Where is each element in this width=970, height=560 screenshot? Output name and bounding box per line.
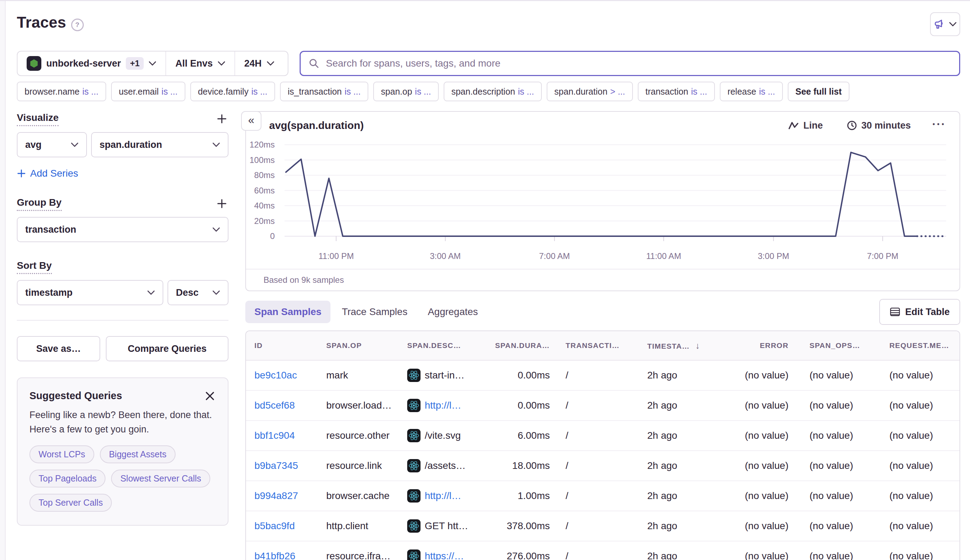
cell-timestamp[interactable]: 2h ago xyxy=(647,460,677,471)
filter-chip-span.duration[interactable]: span.duration> ... xyxy=(547,82,633,101)
column-header-spandesc[interactable]: SPAN.DESC… xyxy=(407,341,487,350)
y-axis-tick-label: 60ms xyxy=(254,186,275,195)
span-id-link[interactable]: bbf1c904 xyxy=(254,430,295,441)
help-icon[interactable]: ? xyxy=(71,18,84,31)
cell-span-duration: 0.00ms xyxy=(487,370,550,381)
page-filter-bar: unborked-server +1 All Envs 24H xyxy=(17,51,288,76)
column-header-timesta[interactable]: TIMESTA…↓ xyxy=(636,341,723,351)
filter-chip-release[interactable]: releaseis ... xyxy=(720,82,783,101)
group-by-select[interactable]: transaction xyxy=(17,217,228,242)
suggested-query-chip[interactable]: Top Server Calls xyxy=(30,494,112,512)
span-id-link[interactable]: b41bfb26 xyxy=(254,550,295,560)
tab-aggregates[interactable]: Aggregates xyxy=(419,301,487,323)
aggregate-function-value: avg xyxy=(25,140,42,150)
cell-span-op: mark xyxy=(326,370,407,381)
span-id-link[interactable]: b5bac9fd xyxy=(254,520,295,531)
cell-span-duration: 378.00ms xyxy=(487,520,550,532)
span-description-text: GET htt… xyxy=(425,520,468,532)
see-full-list-button[interactable]: See full list xyxy=(788,82,850,101)
compare-queries-button[interactable]: Compare Queries xyxy=(106,336,228,361)
project-selector[interactable]: unborked-server +1 xyxy=(18,52,165,75)
sort-direction-select[interactable]: Desc xyxy=(168,280,228,305)
search-input[interactable] xyxy=(325,57,952,69)
collapse-sidebar-icon[interactable]: « xyxy=(241,111,262,131)
filter-chip-span.description[interactable]: span.descriptionis ... xyxy=(443,82,542,101)
cell-request-method: (no value) xyxy=(877,400,951,411)
cell-request-method: (no value) xyxy=(877,460,951,471)
tab-trace-samples[interactable]: Trace Samples xyxy=(333,301,416,323)
filter-chip-transaction[interactable]: transactionis ... xyxy=(638,82,715,101)
span-id-link[interactable]: b9ba7345 xyxy=(254,460,298,471)
chevron-down-icon xyxy=(212,290,220,295)
chart-type-control[interactable]: Line xyxy=(787,120,825,132)
add-visualize-button[interactable] xyxy=(215,112,228,127)
cell-span-ops: (no value) xyxy=(789,490,877,502)
table-row: b41bfb26resource.ifra… https://…276.00ms… xyxy=(246,542,960,560)
sort-field-select[interactable]: timestamp xyxy=(17,280,163,305)
edit-table-button[interactable]: Edit Table xyxy=(879,299,960,325)
span-id-link[interactable]: bd5cef68 xyxy=(254,400,295,411)
date-range-label: 24H xyxy=(244,58,262,69)
span-id-link[interactable]: be9c10ac xyxy=(254,370,297,380)
cell-span-op: resource.other xyxy=(326,430,407,441)
chart-interval-control[interactable]: 30 minutes xyxy=(845,120,913,132)
filter-chip-is_transaction[interactable]: is_transactionis ... xyxy=(280,82,368,101)
aggregate-field-select[interactable]: span.duration xyxy=(91,132,228,157)
filter-chip-browser.name[interactable]: browser.nameis ... xyxy=(17,82,106,101)
suggested-queries-body: Feeling like a newb? Been there, done th… xyxy=(30,408,216,436)
span-id-link[interactable]: b994a827 xyxy=(254,490,298,501)
column-header-requestme[interactable]: REQUEST.ME… xyxy=(877,341,951,350)
chevron-down-icon xyxy=(212,142,220,147)
filter-chip-device.family[interactable]: device.familyis ... xyxy=(190,82,275,101)
tab-span-samples[interactable]: Span Samples xyxy=(245,301,330,323)
filter-chip-user.email[interactable]: user.emailis ... xyxy=(111,82,185,101)
cell-timestamp[interactable]: 2h ago xyxy=(647,400,677,411)
date-range-selector[interactable]: 24H xyxy=(235,52,283,75)
suggested-query-chip[interactable]: Top Pageloads xyxy=(30,470,105,487)
cell-error: (no value) xyxy=(723,430,789,441)
sort-by-heading: Sort By xyxy=(17,260,52,274)
chart-menu-icon[interactable]: ••• xyxy=(933,120,946,131)
column-header-spanop[interactable]: SPAN.OP xyxy=(326,341,407,350)
cell-timestamp[interactable]: 2h ago xyxy=(647,370,677,381)
add-group-by-button[interactable] xyxy=(215,197,228,211)
environment-selector[interactable]: All Envs xyxy=(165,52,235,75)
x-axis-tick-label: 3:00 AM xyxy=(430,251,461,261)
column-header-error[interactable]: ERROR xyxy=(723,341,789,350)
add-series-button[interactable]: Add Series xyxy=(17,168,78,179)
cell-span-ops: (no value) xyxy=(789,370,877,381)
suggested-query-chip[interactable]: Worst LCPs xyxy=(30,445,94,463)
span-description-text: start-in… xyxy=(425,370,465,381)
cell-timestamp[interactable]: 2h ago xyxy=(647,550,677,560)
chart-sample-note: Based on 9k samples xyxy=(246,269,960,290)
filter-chip-span.op[interactable]: span.opis ... xyxy=(373,82,439,101)
span-description-text[interactable]: https://… xyxy=(425,550,464,560)
cell-request-method: (no value) xyxy=(877,550,951,560)
span-description-text[interactable]: http://l… xyxy=(425,400,461,411)
suggested-query-chip[interactable]: Slowest Server Calls xyxy=(111,470,210,487)
whats-new-button[interactable] xyxy=(930,12,960,36)
react-icon xyxy=(407,399,420,412)
results-tabs: Span SamplesTrace SamplesAggregates Edit… xyxy=(245,299,960,325)
save-as-button[interactable]: Save as… xyxy=(17,336,100,361)
cell-error: (no value) xyxy=(723,370,789,381)
suggested-query-chip[interactable]: Biggest Assets xyxy=(100,445,175,463)
span-description-text[interactable]: http://l… xyxy=(425,490,461,502)
cell-transaction: / xyxy=(550,520,636,532)
cell-span-duration: 6.00ms xyxy=(487,430,550,441)
chevron-down-icon xyxy=(147,290,155,295)
close-icon[interactable] xyxy=(204,390,216,403)
cell-timestamp[interactable]: 2h ago xyxy=(647,490,677,502)
cell-timestamp[interactable]: 2h ago xyxy=(647,430,677,441)
aggregate-function-select[interactable]: avg xyxy=(17,132,87,157)
column-header-id[interactable]: ID xyxy=(254,341,326,350)
cell-span-op: resource.ifra… xyxy=(326,550,407,560)
column-header-spanops[interactable]: SPAN_OPS… xyxy=(789,341,877,350)
cell-timestamp[interactable]: 2h ago xyxy=(647,520,677,532)
chevron-down-icon xyxy=(212,227,220,232)
column-header-spandura[interactable]: SPAN.DURA… xyxy=(487,341,550,350)
chevron-down-icon xyxy=(148,61,156,66)
chart-plot-area[interactable] xyxy=(285,140,946,240)
cell-span-ops: (no value) xyxy=(789,520,877,532)
column-header-transacti[interactable]: TRANSACTI… xyxy=(550,341,636,350)
